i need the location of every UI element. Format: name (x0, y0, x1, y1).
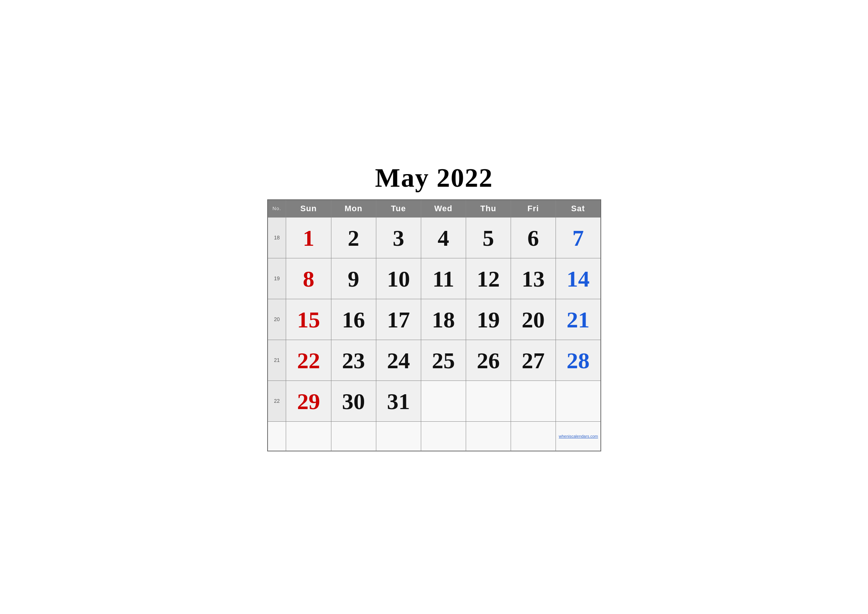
day-number: 22 (297, 349, 320, 372)
day-cell: 4 (421, 217, 466, 258)
week-row: 22293031 (268, 380, 601, 421)
week-number: 20 (268, 299, 286, 340)
day-number: 31 (387, 390, 410, 413)
day-number: 15 (297, 308, 320, 331)
day-number: 1 (303, 226, 314, 250)
header-tue: Tue (376, 200, 421, 217)
day-number: 14 (567, 267, 590, 290)
day-cell: 24 (376, 340, 421, 380)
empty-cell (466, 421, 511, 451)
day-number: 30 (342, 390, 365, 413)
day-cell: 22 (286, 340, 331, 380)
day-number: 9 (348, 267, 359, 290)
day-cell: 20 (511, 299, 555, 340)
day-number: 20 (522, 308, 545, 331)
day-number: 19 (477, 308, 500, 331)
header-sun: Sun (286, 200, 331, 217)
week-number: 21 (268, 340, 286, 380)
day-cell: 10 (376, 258, 421, 299)
day-number: 2 (348, 226, 359, 250)
extra-row: wheniscalendars.com (268, 421, 601, 451)
calendar-table: No. Sun Mon Tue Wed Thu Fri Sat 18123456… (267, 199, 601, 452)
day-cell: 7 (555, 217, 600, 258)
day-number: 24 (387, 349, 410, 372)
day-cell: 19 (466, 299, 511, 340)
watermark-link[interactable]: wheniscalendars.com (559, 434, 598, 439)
header-wed: Wed (421, 200, 466, 217)
calendar-title: May 2022 (267, 163, 601, 194)
day-cell: 12 (466, 258, 511, 299)
day-number: 25 (432, 349, 455, 372)
week-number: 22 (268, 380, 286, 421)
day-cell: 26 (466, 340, 511, 380)
day-number: 11 (432, 267, 454, 290)
empty-cell (421, 421, 466, 451)
day-number: 28 (567, 349, 590, 372)
day-number: 12 (477, 267, 500, 290)
day-number: 8 (303, 267, 314, 290)
empty-cell (376, 421, 421, 451)
week-number: 19 (268, 258, 286, 299)
header-sat: Sat (555, 200, 600, 217)
day-number: 4 (437, 226, 449, 250)
day-number: 29 (297, 390, 320, 413)
day-cell: 30 (331, 380, 376, 421)
day-cell: 21 (555, 299, 600, 340)
empty-cell (511, 421, 555, 451)
day-number: 26 (477, 349, 500, 372)
day-cell: 17 (376, 299, 421, 340)
day-number: 21 (567, 308, 590, 331)
day-number: 27 (522, 349, 545, 372)
day-cell: 25 (421, 340, 466, 380)
calendar-container: May 2022 No. Sun Mon Tue Wed Thu Fri Sat… (267, 163, 601, 452)
empty-cell (331, 421, 376, 451)
day-cell: 5 (466, 217, 511, 258)
week-row: 19891011121314 (268, 258, 601, 299)
day-cell (511, 380, 555, 421)
header-row: No. Sun Mon Tue Wed Thu Fri Sat (268, 200, 601, 217)
day-cell (555, 380, 600, 421)
header-mon: Mon (331, 200, 376, 217)
day-cell: 2 (331, 217, 376, 258)
day-number: 5 (482, 226, 494, 250)
day-cell: 13 (511, 258, 555, 299)
day-cell (421, 380, 466, 421)
day-cell (466, 380, 511, 421)
header-thu: Thu (466, 200, 511, 217)
day-cell: 3 (376, 217, 421, 258)
week-number-empty (268, 421, 286, 451)
day-cell: 18 (421, 299, 466, 340)
day-number: 23 (342, 349, 365, 372)
day-cell: 23 (331, 340, 376, 380)
day-cell: 27 (511, 340, 555, 380)
week-row: 181234567 (268, 217, 601, 258)
day-cell: 9 (331, 258, 376, 299)
day-cell: 1 (286, 217, 331, 258)
week-row: 2122232425262728 (268, 340, 601, 380)
empty-cell (286, 421, 331, 451)
watermark-cell: wheniscalendars.com (555, 421, 600, 451)
day-number: 17 (387, 308, 410, 331)
day-cell: 14 (555, 258, 600, 299)
day-number: 18 (432, 308, 455, 331)
day-cell: 16 (331, 299, 376, 340)
day-number: 13 (522, 267, 545, 290)
day-cell: 15 (286, 299, 331, 340)
day-number: 6 (527, 226, 539, 250)
day-cell: 29 (286, 380, 331, 421)
day-cell: 11 (421, 258, 466, 299)
day-cell: 8 (286, 258, 331, 299)
header-fri: Fri (511, 200, 555, 217)
day-cell: 31 (376, 380, 421, 421)
week-row: 2015161718192021 (268, 299, 601, 340)
week-number: 18 (268, 217, 286, 258)
header-no: No. (268, 200, 286, 217)
day-number: 16 (342, 308, 365, 331)
day-number: 3 (393, 226, 404, 250)
day-number: 7 (572, 226, 584, 250)
day-cell: 28 (555, 340, 600, 380)
day-cell: 6 (511, 217, 555, 258)
day-number: 10 (387, 267, 410, 290)
